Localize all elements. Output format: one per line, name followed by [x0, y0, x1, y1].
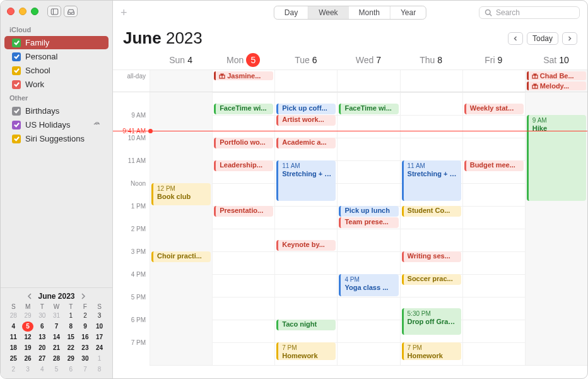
calendar-checkbox[interactable]: [12, 121, 21, 129]
mini-day[interactable]: 27: [37, 354, 48, 364]
allday-event[interactable]: Chad Be...: [527, 71, 586, 80]
allday-cell[interactable]: Jasmine...: [212, 70, 274, 92]
today-button[interactable]: Today: [527, 32, 558, 45]
mini-day[interactable]: 14: [50, 332, 62, 342]
mini-day[interactable]: 30: [37, 311, 48, 321]
next-week-button[interactable]: [562, 32, 577, 45]
mini-day[interactable]: 2: [79, 311, 91, 321]
day-header[interactable]: Tue6: [274, 53, 337, 67]
day-header[interactable]: Wed7: [337, 53, 399, 67]
calendar-checkbox[interactable]: [12, 107, 21, 116]
mini-day[interactable]: 4: [37, 364, 48, 375]
calendar-event[interactable]: Academic a...: [276, 138, 336, 148]
mini-day[interactable]: 21: [50, 343, 62, 353]
mini-day[interactable]: 20: [37, 343, 48, 353]
mini-day[interactable]: 23: [79, 343, 91, 353]
day-column[interactable]: FaceTime wi...Pick up lunchTeam prese...…: [337, 92, 399, 365]
mini-day[interactable]: 18: [8, 343, 19, 353]
calendar-event[interactable]: 11 AMStretching + weights: [402, 160, 461, 201]
mini-next-month[interactable]: [79, 292, 88, 301]
view-tab-week[interactable]: Week: [308, 6, 348, 19]
calendar-event[interactable]: Presentatio...: [214, 206, 273, 217]
calendar-event[interactable]: FaceTime wi...: [339, 104, 398, 114]
mini-day[interactable]: 25: [8, 354, 19, 364]
calendar-event[interactable]: Leadership...: [214, 160, 273, 171]
calendar-event[interactable]: Team prese...: [339, 217, 398, 228]
calendar-event[interactable]: FaceTime wi...: [214, 104, 273, 114]
mini-day[interactable]: 1: [65, 311, 76, 321]
calendar-event[interactable]: Soccer prac...: [402, 274, 461, 285]
inbox-icon[interactable]: [64, 6, 78, 17]
day-column[interactable]: 11 AMStretching + weightsStudent Co...Wr…: [400, 92, 462, 365]
day-column[interactable]: Weekly stat...Budget mee...: [462, 92, 525, 365]
prev-week-button[interactable]: [508, 32, 523, 45]
mini-day[interactable]: 1: [94, 354, 105, 364]
allday-cell[interactable]: Chad Be...Melody...: [525, 70, 587, 92]
calendar-event[interactable]: 7 PMHomework: [276, 342, 336, 360]
calendar-event[interactable]: Pick up coff...: [276, 104, 336, 114]
mini-day[interactable]: 7: [79, 364, 91, 375]
mini-day[interactable]: 8: [94, 364, 105, 375]
calendar-checkbox[interactable]: [12, 52, 21, 61]
calendar-event[interactable]: 11 AMStretching + weights: [276, 160, 336, 201]
mini-day[interactable]: 19: [22, 343, 33, 353]
mini-day[interactable]: 29: [65, 354, 76, 364]
day-column[interactable]: 12 PMBook clubChoir practi...: [150, 92, 212, 365]
sidebar-toggle-icon[interactable]: [47, 6, 61, 17]
search-field[interactable]: Search: [479, 6, 580, 19]
day-header[interactable]: Mon5: [212, 53, 274, 67]
calendar-checkbox[interactable]: [12, 80, 21, 89]
calendar-event[interactable]: Budget mee...: [464, 160, 524, 171]
maximize-button[interactable]: [31, 8, 38, 15]
mini-day[interactable]: 24: [94, 343, 105, 353]
allday-cell[interactable]: [337, 70, 399, 92]
view-tab-month[interactable]: Month: [348, 6, 390, 19]
day-header[interactable]: Thu8: [400, 53, 462, 67]
mini-day[interactable]: 17: [94, 332, 105, 342]
allday-cell[interactable]: [150, 70, 212, 92]
mini-day[interactable]: 3: [22, 364, 33, 375]
calendar-event[interactable]: Student Co...: [402, 206, 461, 217]
calendar-event[interactable]: 4 PMYoga class ...: [339, 274, 398, 296]
day-column[interactable]: FaceTime wi...Portfolio wo...Leadership.…: [212, 92, 274, 365]
mini-day[interactable]: 8: [65, 322, 76, 332]
calendar-list-item[interactable]: US Holidays: [4, 118, 109, 131]
calendar-event[interactable]: Choir practi...: [151, 251, 211, 262]
calendar-checkbox[interactable]: [12, 39, 21, 47]
day-column[interactable]: 9 AMHike: [525, 92, 587, 365]
calendar-list-item[interactable]: Siri Suggestions: [4, 132, 109, 145]
mini-day[interactable]: 5: [50, 364, 62, 375]
allday-cell[interactable]: [400, 70, 462, 92]
calendar-event[interactable]: Taco night: [276, 320, 336, 330]
mini-day[interactable]: 11: [8, 332, 19, 342]
allday-cell[interactable]: [274, 70, 337, 92]
day-column[interactable]: Pick up coff...Artist work...Academic a.…: [274, 92, 337, 365]
calendar-list-item[interactable]: Birthdays: [4, 104, 109, 117]
mini-day[interactable]: 6: [65, 364, 76, 375]
week-grid[interactable]: 9 AM10 AM11 AMNoon1 PM2 PM3 PM4 PM5 PM6 …: [113, 92, 587, 378]
calendar-list-item[interactable]: School: [4, 64, 109, 77]
calendar-list-item[interactable]: Family: [4, 36, 109, 49]
calendar-event[interactable]: Writing ses...: [402, 251, 461, 262]
calendar-checkbox[interactable]: [12, 135, 21, 143]
mini-day[interactable]: 22: [65, 343, 76, 353]
day-header[interactable]: Sat10: [525, 53, 587, 67]
calendar-list-item[interactable]: Personal: [4, 50, 109, 63]
day-header[interactable]: Fri9: [462, 53, 525, 67]
calendar-event[interactable]: Artist work...: [276, 115, 336, 126]
mini-day[interactable]: 10: [94, 322, 105, 332]
day-header[interactable]: Sun4: [150, 53, 212, 67]
allday-event[interactable]: Melody...: [527, 81, 586, 90]
calendar-event[interactable]: 9 AMHike: [527, 115, 586, 201]
mini-prev-month[interactable]: [25, 292, 34, 301]
view-tab-year[interactable]: Year: [390, 6, 426, 19]
mini-day[interactable]: 7: [50, 322, 62, 332]
mini-day[interactable]: 28: [8, 311, 19, 321]
allday-event[interactable]: Jasmine...: [214, 71, 273, 80]
mini-day[interactable]: 26: [22, 354, 33, 364]
calendar-list-item[interactable]: Work: [4, 78, 109, 91]
minimize-button[interactable]: [19, 8, 26, 15]
new-event-button[interactable]: +: [121, 6, 127, 20]
calendar-event[interactable]: Portfolio wo...: [214, 138, 273, 148]
mini-day[interactable]: 12: [22, 332, 33, 342]
